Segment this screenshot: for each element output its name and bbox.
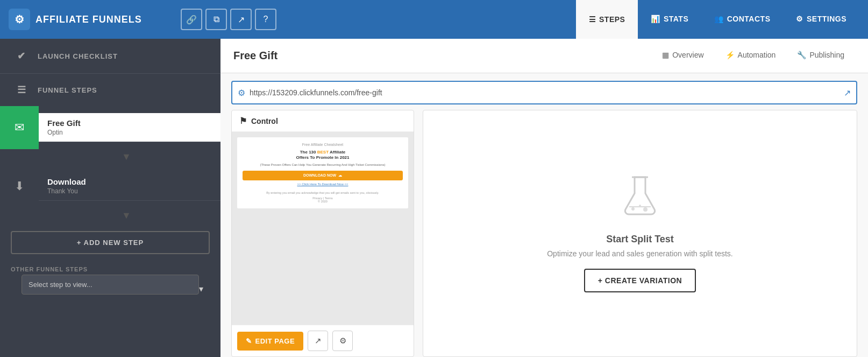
toolbar: 🔗 ⧉ ↗ ?	[181, 9, 576, 30]
brand-icon: ⚙	[9, 9, 30, 30]
edit-page-label: EDIT PAGE	[255, 337, 295, 345]
control-page-card: ⚑ Control Free Affiliate Cheatsheet The …	[231, 110, 414, 357]
download-step-title: Download	[47, 177, 212, 186]
card-settings-button[interactable]: ⚙	[332, 331, 353, 351]
step-arrow: ▼	[0, 149, 220, 165]
launch-checklist-section[interactable]: ✔ LAUNCH CHECKLIST	[0, 39, 220, 74]
control-label: Control	[251, 117, 278, 125]
contacts-icon: 👥	[714, 15, 724, 23]
free-gift-step-content: Free Gift Optin	[39, 113, 220, 142]
settings-icon: ⚙	[796, 15, 803, 23]
nav-tab-stats[interactable]: 📊 STATS	[638, 0, 701, 39]
link-tool-button[interactable]: 🔗	[181, 9, 202, 30]
help-tool-button[interactable]: ?	[255, 9, 276, 30]
funnel-steps-label: FUNNEL STEPS	[38, 86, 97, 94]
download-step-content: Download Thank You	[39, 172, 220, 201]
stats-tab-label: STATS	[664, 15, 688, 23]
flag-icon: ⚑	[239, 116, 247, 126]
funnel-steps-header: ☰ FUNNEL STEPS	[0, 74, 220, 106]
content-header: Free Gift ▦ Overview ⚡ Automation 🔧 Publ…	[220, 39, 868, 73]
svg-point-3	[643, 207, 648, 212]
preview-subtitle: (These Proven Offers Can Help You Genera…	[243, 163, 403, 166]
funnel-step-select-wrapper: Select step to view... ▾	[11, 275, 210, 302]
publishing-tab-label: Publishing	[809, 51, 844, 59]
svg-point-2	[639, 205, 641, 207]
preview-footer: By entering you email you acknowledge th…	[243, 191, 403, 194]
main-layout: ✔ LAUNCH CHECKLIST ☰ FUNNEL STEPS ✉ Free…	[0, 39, 868, 357]
contacts-tab-label: CONTACTS	[727, 15, 771, 23]
steps-tab-label: STEPS	[599, 15, 625, 24]
other-funnel-steps-label: OTHER FUNNEL STEPS	[0, 262, 220, 275]
funnel-step-free-gift[interactable]: ✉ Free Gift Optin	[0, 106, 220, 149]
settings-tab-label: SETTINGS	[807, 15, 846, 23]
preview-download-btn: DOWNLOAD NOW ☁	[243, 171, 403, 180]
preview-title: The 130 BEST AffiliateOffers To Promote …	[243, 150, 403, 161]
url-bar: ⚙ https://153209.clickfunnels.com/free-g…	[231, 81, 857, 104]
free-gift-step-title: Free Gift	[47, 118, 212, 128]
funnel-step-download[interactable]: ⬇ Download Thank You	[0, 165, 220, 208]
gear-brand-icon: ⚙	[15, 13, 25, 26]
nav-tab-steps[interactable]: ☰ STEPS	[576, 0, 638, 39]
overview-tab-label: Overview	[672, 51, 703, 59]
automation-tab-label: Automation	[738, 51, 776, 59]
publishing-icon: 🔧	[797, 51, 806, 59]
funnel-step-select[interactable]: Select step to view...	[22, 275, 199, 295]
svg-point-1	[631, 207, 635, 211]
page-preview: Free Affiliate Cheatsheet The 130 BEST A…	[232, 132, 414, 325]
tab-overview[interactable]: ▦ Overview	[651, 39, 714, 73]
create-variation-button[interactable]: + CREATE VARIATION	[584, 269, 696, 292]
external-link-icon: ↗	[315, 336, 322, 346]
copy-tool-button[interactable]: ⧉	[205, 9, 227, 30]
steps-icon: ☰	[589, 15, 596, 24]
step-arrow-2: ▼	[0, 208, 220, 223]
split-test-subtitle: Optimize your lead and sales generation …	[547, 249, 733, 258]
external-tool-button[interactable]: ↗	[230, 9, 252, 30]
sidebar: ✔ LAUNCH CHECKLIST ☰ FUNNEL STEPS ✉ Free…	[0, 39, 220, 357]
preview-external-button[interactable]: ↗	[308, 331, 328, 351]
download-step-icon: ⬇	[0, 165, 39, 208]
free-gift-step-icon: ✉	[0, 106, 39, 149]
control-card-header: ⚑ Control	[232, 110, 414, 132]
tab-automation[interactable]: ⚡ Automation	[715, 39, 787, 73]
select-arrow-icon: ▾	[199, 283, 203, 293]
split-test-panel: Start Split Test Optimize your lead and …	[423, 110, 857, 357]
download-btn-text: DOWNLOAD NOW	[303, 173, 336, 177]
launch-checklist-label: LAUNCH CHECKLIST	[38, 52, 118, 60]
preview-content: Free Affiliate Cheatsheet The 130 BEST A…	[237, 137, 408, 208]
steps-list-icon: ☰	[13, 81, 30, 99]
top-navigation: ⚙ AFFILIATE FUNNELS 🔗 ⧉ ↗ ? ☰ STEPS 📊 ST…	[0, 0, 868, 39]
download-icon: ☁	[338, 173, 342, 178]
brand: ⚙ AFFILIATE FUNNELS	[9, 9, 181, 30]
free-gift-step-subtitle: Optin	[47, 129, 212, 136]
url-settings-icon[interactable]: ⚙	[238, 88, 245, 98]
top-nav-tabs: ☰ STEPS 📊 STATS 👥 CONTACTS ⚙ SETTINGS	[576, 0, 859, 39]
add-new-step-button[interactable]: + ADD NEW STEP	[11, 231, 210, 254]
preview-link: >> Click Here To Download Now <<	[243, 183, 403, 186]
gear-settings-icon: ⚙	[339, 336, 346, 346]
brand-title: AFFILIATE FUNNELS	[35, 14, 142, 25]
automation-icon: ⚡	[725, 51, 735, 59]
split-area: ⚑ Control Free Affiliate Cheatsheet The …	[220, 110, 868, 357]
edit-icon: ✎	[246, 337, 252, 345]
download-step-subtitle: Thank You	[47, 187, 212, 195]
nav-tab-settings[interactable]: ⚙ SETTINGS	[783, 0, 859, 39]
edit-page-button[interactable]: ✎ EDIT PAGE	[237, 332, 303, 351]
checklist-icon: ✔	[13, 47, 30, 65]
content-area: Free Gift ▦ Overview ⚡ Automation 🔧 Publ…	[220, 39, 868, 357]
content-tabs: ▦ Overview ⚡ Automation 🔧 Publishing	[651, 39, 855, 73]
card-actions: ✎ EDIT PAGE ↗ ⚙	[232, 325, 414, 356]
url-external-icon[interactable]: ↗	[844, 88, 851, 98]
page-title: Free Gift	[233, 50, 651, 62]
tab-publishing[interactable]: 🔧 Publishing	[786, 39, 855, 73]
nav-tab-contacts[interactable]: 👥 CONTACTS	[701, 0, 783, 39]
overview-icon: ▦	[662, 51, 669, 59]
url-text: https://153209.clickfunnels.com/free-gif…	[250, 88, 839, 97]
stats-icon: 📊	[651, 15, 660, 23]
preview-label: Free Affiliate Cheatsheet	[243, 143, 403, 146]
flask-icon	[621, 174, 659, 225]
split-test-title: Start Split Test	[606, 234, 674, 245]
preview-privacy: Privacy | Terms© 2020	[243, 197, 403, 203]
